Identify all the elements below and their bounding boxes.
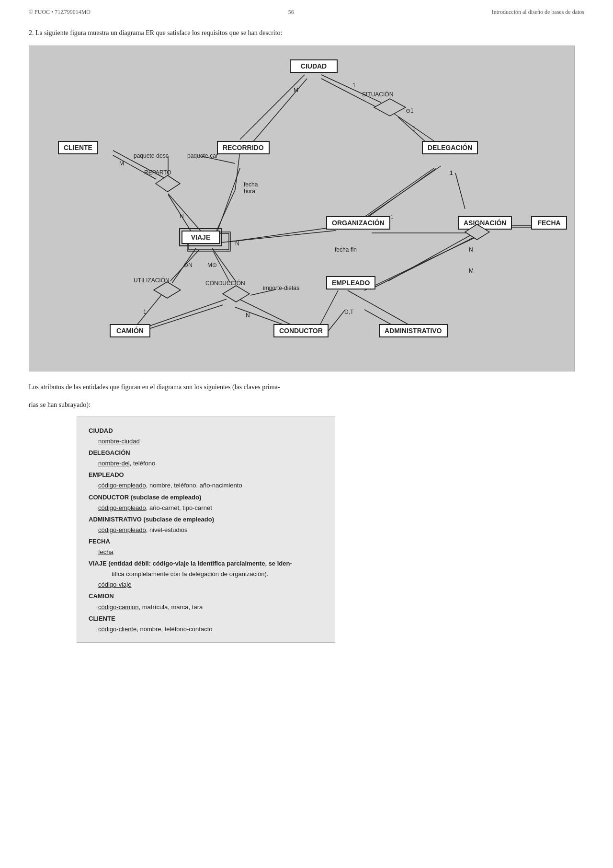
- svg-line-33: [144, 299, 227, 328]
- page: © FUOC • 71Z799014MO 56 Introducción al …: [0, 0, 613, 868]
- attr-empleado: EMPLEADO código-empleado, nombre, teléfo…: [89, 470, 323, 491]
- er-diagram: CIUDAD CLIENTE RECORRIDO DELEGACIÓN VIAJ…: [29, 46, 575, 371]
- entity-camion: CAMIÓN: [110, 324, 150, 337]
- label-importe-dietas: importe-dietas: [263, 285, 299, 291]
- svg-line-11: [369, 168, 436, 216]
- label-1-utilizacion: 1: [143, 309, 147, 315]
- svg-line-36: [320, 290, 338, 324]
- svg-line-29: [230, 227, 333, 242]
- page-header: © FUOC • 71Z799014MO 56 Introducción al …: [0, 0, 613, 20]
- label-n-conduccion: N: [246, 312, 250, 319]
- label-paquete-car: paquete-car: [187, 152, 218, 159]
- intro-text: 2. La siguiente figura muestra un diagra…: [29, 29, 584, 37]
- diagram-lines: [29, 46, 574, 371]
- label-1-situacion2: ⊙1: [406, 107, 414, 114]
- svg-line-22: [321, 75, 381, 103]
- label-situacion: SITUACIÓN: [362, 91, 393, 98]
- label-fecha-fin: fecha-fin: [335, 246, 357, 253]
- label-m-empleado: M: [469, 267, 474, 274]
- attr-camion: CAMION código-camion, matrícula, marca, …: [89, 591, 323, 612]
- entity-administrativo: ADMINISTRATIVO: [379, 324, 448, 337]
- label-n-viaje-org: N: [235, 240, 239, 247]
- label-1-org-del: 1: [390, 214, 394, 220]
- svg-line-24: [240, 75, 305, 139]
- label-paquete-desc: paquete-desc: [134, 152, 169, 159]
- label-m-cliente: M: [119, 160, 124, 167]
- svg-marker-45: [154, 282, 181, 298]
- attr-delegacion: DELEGACIÓN nombre-del, teléfono: [89, 448, 323, 469]
- diamond-situacion: [373, 98, 407, 117]
- entity-cliente: CLIENTE: [58, 141, 98, 154]
- svg-marker-43: [374, 99, 406, 116]
- label-1-situacion: 1: [352, 82, 356, 89]
- entity-organizacion: ORGANIZACIÓN: [326, 216, 390, 230]
- svg-line-28: [216, 190, 235, 232]
- entity-recorrido: RECORRIDO: [217, 141, 270, 154]
- main-content: 2. La siguiente figura muestra un diagra…: [0, 20, 613, 657]
- attributes-box: CIUDAD nombre-ciudad DELEGACIÓN nombre-d…: [77, 417, 335, 643]
- attr-conductor: CONDUCTOR (subclase de empleado) código-…: [89, 492, 323, 513]
- entity-ciudad: CIUDAD: [290, 59, 338, 73]
- svg-line-42: [364, 238, 475, 290]
- svg-line-9: [455, 173, 465, 209]
- header-right: Introducción al diseño de bases de datos: [492, 9, 584, 16]
- diamond-asignacion-rel: [464, 223, 490, 241]
- entity-conductor: CONDUCTOR: [273, 324, 329, 337]
- svg-line-38: [370, 235, 478, 289]
- label-1-delegacion: 1: [412, 125, 416, 132]
- entity-empleado: EMPLEADO: [326, 276, 375, 289]
- entity-viaje: VIAJE: [182, 231, 220, 244]
- svg-line-18: [388, 233, 475, 281]
- label-om-viaje: M⊙: [207, 262, 217, 268]
- header-left: © FUOC • 71Z799014MO: [29, 9, 91, 16]
- attr-fecha: FECHA fecha: [89, 536, 323, 557]
- diamond-conduccion: [222, 285, 250, 303]
- label-n-asignacion: N: [469, 246, 473, 253]
- svg-line-27: [235, 151, 240, 190]
- label-m-ciudad: M: [294, 87, 298, 93]
- label-conduccion: CONDUCCIÓN: [205, 280, 245, 287]
- svg-line-14: [149, 305, 223, 329]
- svg-marker-44: [156, 175, 180, 192]
- svg-line-16: [326, 310, 345, 334]
- svg-marker-46: [223, 286, 250, 302]
- attr-ciudad: CIUDAD nombre-ciudad: [89, 426, 323, 447]
- diamond-reparto: [155, 174, 181, 193]
- label-reparto: REPARTO: [144, 169, 171, 176]
- svg-line-7: [216, 168, 240, 235]
- label-n-reparto: N: [180, 213, 184, 220]
- svg-line-37: [348, 290, 408, 324]
- attr-cliente: CLIENTE código-cliente, nombre, teléfono…: [89, 613, 323, 635]
- svg-line-8: [364, 166, 441, 219]
- bottom-text-1: Los atributos de las entidades que figur…: [29, 382, 584, 392]
- svg-line-26: [168, 194, 202, 232]
- attr-administrativo: ADMINISTRATIVO (subclase de empleado) có…: [89, 514, 323, 535]
- svg-marker-47: [465, 224, 489, 240]
- header-center: 56: [288, 9, 294, 16]
- label-dt-empleado: D,T: [344, 309, 353, 315]
- attr-viaje: VIAJE (entidad débil: código-viaje la id…: [89, 558, 323, 590]
- entity-fecha: FECHA: [531, 216, 567, 230]
- label-on-viaje: ⊙N: [183, 262, 193, 268]
- label-1-del-org: 1: [450, 170, 453, 176]
- bottom-text-2: rias se han subrayado):: [29, 400, 584, 410]
- label-fecha-hora: fechahora: [244, 181, 258, 195]
- svg-line-30: [362, 168, 434, 219]
- entity-delegacion: DELEGACIÓN: [422, 141, 478, 154]
- label-utilizacion: UTILIZACIÓN: [134, 277, 170, 284]
